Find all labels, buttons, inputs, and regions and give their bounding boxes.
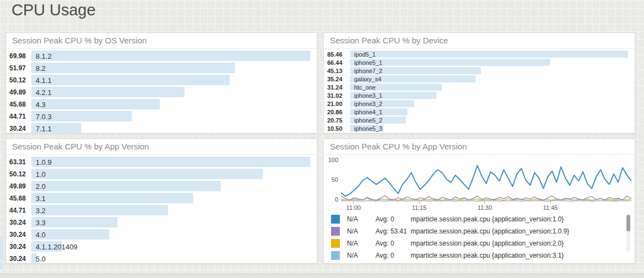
bar-track: 3.3 — [31, 217, 310, 227]
bar-row[interactable]: 20.75iphone5_2 — [327, 116, 628, 124]
bar-value: 31.02 — [327, 92, 350, 99]
timeseries-plot[interactable]: 11:0011:1511:3011:45 — [341, 158, 631, 212]
bar-track: 4.1.1 — [31, 75, 310, 85]
legend-row[interactable]: N/AAvg: 0mparticle.session.peak.cpu {app… — [324, 249, 621, 262]
bar-label: iphone5_1 — [354, 59, 382, 66]
bar-track: iphone4_1 — [350, 108, 628, 115]
bar-track: 5.0 — [31, 253, 310, 264]
bar-label: 7.0.3 — [36, 112, 52, 120]
bar-row[interactable]: 30.244.0 — [9, 229, 310, 240]
bar-track: 4.3 — [31, 99, 310, 109]
bar-row[interactable]: 44.713.2 — [9, 205, 310, 215]
x-tick-label: 11:45 — [543, 204, 558, 211]
legend-scrollbar-thumb[interactable] — [626, 215, 630, 231]
bar-track: iphone3_1 — [350, 92, 628, 99]
bar-track: 1.0 — [31, 169, 310, 179]
bar-value: 49.89 — [9, 88, 31, 96]
series-line — [341, 165, 631, 196]
bar-track: iphone5_1 — [350, 59, 628, 66]
legend-metric-name: mparticle.session.peak.cpu {application_… — [411, 215, 564, 223]
legend-avg: Avg: 0 — [376, 240, 411, 247]
bar-row[interactable]: 50.124.1.1 — [9, 75, 310, 85]
bar-row[interactable]: 45.684.3 — [9, 99, 310, 109]
bar-value: 20.75 — [327, 117, 350, 124]
timeseries-chart-area: 100 50 0 11:0011:1511:3011:45 — [324, 155, 635, 212]
legend-row[interactable]: N/AAvg: 0mparticle.session.peak.cpu {app… — [324, 237, 621, 249]
bar-value: 50.12 — [9, 76, 31, 84]
legend-row[interactable]: N/AAvg: 53.41mparticle.session.peak.cpu … — [324, 225, 621, 237]
bar-track: htc_one — [350, 84, 628, 91]
bar — [31, 193, 193, 203]
bar-row[interactable]: 35.24galaxy_s4 — [327, 75, 628, 82]
bar-row[interactable]: 45.13iphone7_2 — [327, 67, 628, 74]
legend-row[interactable]: N/AAvg: 0mparticle.session.peak.cpu {app… — [324, 213, 621, 225]
bar-row[interactable]: 30.247.1.1 — [9, 123, 310, 134]
bar-value: 30.24 — [9, 219, 31, 226]
bar-row[interactable]: 30.243.3 — [9, 217, 310, 227]
bar — [31, 181, 221, 191]
legend-metric-name: mparticle.session.peak.cpu {application_… — [411, 227, 569, 235]
bar-value: 51.97 — [9, 64, 31, 72]
bar — [31, 205, 168, 215]
bar-track: ipod5_1 — [350, 51, 628, 58]
bar-value: 50.12 — [9, 170, 31, 178]
bar-label: iphone5_2 — [354, 117, 382, 124]
legend-na: N/A — [347, 240, 376, 247]
bar-label: 3.2 — [36, 206, 46, 214]
panel-peak-cpu-by-app-version-timeseries: Session Peak CPU % by App Version 100 50… — [323, 138, 635, 264]
bar-track: iphone5_2 — [350, 116, 628, 124]
bar-row[interactable]: 30.244.1.1.201409 — [9, 241, 310, 252]
bar-value: 45.13 — [327, 68, 350, 74]
bar-row[interactable]: 21.00iphone3_2 — [327, 100, 628, 107]
bar-row[interactable]: 85.46ipod5_1 — [327, 51, 628, 58]
bar-value: 30.24 — [9, 231, 31, 238]
bar-row[interactable]: 51.978.2 — [9, 63, 310, 73]
bar-label: 4.1.1 — [36, 76, 52, 84]
bar-track: 1.0.9 — [31, 157, 310, 167]
y-tick-50: 50 — [332, 176, 338, 183]
bar-row[interactable]: 20.86iphone4_1 — [327, 108, 628, 115]
bar-label: 8.2 — [36, 64, 46, 72]
legend-na: N/A — [347, 252, 376, 259]
bar-track: 7.1.1 — [31, 123, 310, 134]
dashboard: CPU Usage Session Peak CPU % by OS Versi… — [0, 0, 644, 278]
panel-title: Session Peak CPU % by App Version — [6, 139, 317, 155]
panel-title: Session Peak CPU % by OS Version — [6, 33, 317, 49]
bar-track: iphone5_3 — [350, 125, 628, 132]
y-axis-labels: 100 50 0 — [326, 158, 341, 212]
bar-track: 2.0 — [31, 181, 310, 191]
panel-title: Session Peak CPU % by Device — [324, 33, 635, 49]
bar-value: 10.50 — [327, 125, 350, 132]
bar-label: ipod5_1 — [354, 51, 376, 58]
bar-label: 1.0 — [36, 170, 46, 178]
bar-row[interactable]: 63.311.0.9 — [9, 157, 310, 167]
bar-label: htc_one — [354, 84, 376, 91]
bar-track: 8.2 — [31, 63, 310, 73]
x-tick-label: 11:15 — [412, 204, 427, 211]
bar-value: 31.24 — [327, 84, 350, 91]
bar-value: 35.24 — [327, 76, 350, 82]
bar-row[interactable]: 31.02iphone3_1 — [327, 92, 628, 99]
bar-row[interactable]: 31.24htc_one — [327, 84, 628, 91]
bar-label: 4.1.1.201409 — [36, 242, 77, 251]
bar-row[interactable]: 49.892.0 — [9, 181, 310, 191]
legend-na: N/A — [347, 227, 376, 235]
bar-row[interactable]: 66.44iphone5_1 — [327, 59, 628, 66]
bar — [31, 99, 160, 109]
bar-row[interactable]: 44.717.0.3 — [9, 111, 310, 121]
legend-avg: Avg: 0 — [376, 215, 411, 223]
x-tick-label: 11:30 — [478, 204, 492, 211]
legend-avg: Avg: 53.41 — [376, 227, 411, 235]
bar-value: 69.98 — [9, 52, 31, 60]
bar-label: 7.1.1 — [36, 124, 52, 132]
bar-row[interactable]: 30.245.0 — [9, 253, 310, 264]
legend-na: N/A — [347, 215, 376, 223]
bar-row[interactable]: 45.683.1 — [9, 193, 310, 203]
bar-row[interactable]: 10.50iphone5_3 — [327, 125, 628, 132]
bar — [350, 51, 628, 58]
bar-row[interactable]: 50.121.0 — [9, 169, 310, 179]
left-edge-artifact — [0, 262, 3, 270]
bar-row[interactable]: 49.894.2.1 — [9, 87, 310, 97]
bar-row[interactable]: 69.988.1.2 — [9, 51, 310, 61]
legend-metric-name: mparticle.session.peak.cpu {application_… — [411, 240, 564, 247]
